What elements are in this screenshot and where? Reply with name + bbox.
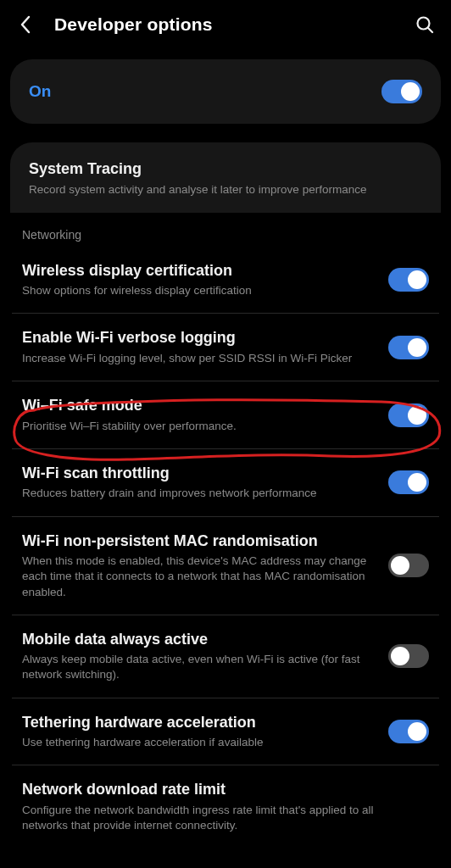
row-wifi-scan-throttling[interactable]: Wi-Fi scan throttling Reduces battery dr… bbox=[12, 448, 439, 516]
row-title: Tethering hardware acceleration bbox=[22, 713, 380, 732]
row-sub: When this mode is enabled, this device's… bbox=[22, 554, 380, 600]
row-title: Wi-Fi non-persistent MAC randomisation bbox=[22, 531, 380, 551]
toggle-switch[interactable] bbox=[388, 644, 429, 668]
toggle-switch[interactable] bbox=[388, 268, 429, 292]
row-mobile-data-always-active[interactable]: Mobile data always active Always keep mo… bbox=[12, 615, 439, 698]
row-tethering-hw-accel[interactable]: Tethering hardware acceleration Use teth… bbox=[12, 698, 439, 765]
toggle-switch[interactable] bbox=[388, 470, 429, 494]
toggle-switch[interactable] bbox=[388, 403, 429, 427]
row-wifi-mac-randomisation[interactable]: Wi-Fi non-persistent MAC randomisation W… bbox=[12, 516, 439, 615]
row-sub: Reduces battery drain and improves netwo… bbox=[22, 486, 380, 501]
row-sub: Configure the network bandwidth ingress … bbox=[22, 803, 420, 833]
system-tracing-sub: Record system activity and analyse it la… bbox=[29, 182, 422, 198]
row-wifi-safe-mode[interactable]: Wi–Fi safe mode Prioritise Wi–Fi stabili… bbox=[12, 381, 439, 448]
row-title: Enable Wi-Fi verbose logging bbox=[22, 328, 380, 348]
toggle-switch[interactable] bbox=[388, 336, 429, 359]
row-sub: Use tethering hardware acceleration if a… bbox=[22, 735, 380, 750]
app-header: Developer options bbox=[0, 0, 451, 49]
section-networking-label: Networking bbox=[0, 213, 451, 247]
row-sub: Show options for wireless display certif… bbox=[22, 283, 380, 298]
row-title: Network download rate limit bbox=[22, 780, 420, 799]
row-sub: Always keep mobile data active, even whe… bbox=[22, 652, 380, 682]
row-wifi-verbose-logging[interactable]: Enable Wi-Fi verbose logging Increase Wi… bbox=[12, 313, 439, 381]
page-title: Developer options bbox=[54, 14, 414, 35]
system-tracing-title: System Tracing bbox=[29, 159, 422, 179]
row-title: Wireless display certification bbox=[22, 261, 380, 281]
system-tracing-row[interactable]: System Tracing Record system activity an… bbox=[10, 142, 441, 213]
master-toggle-label: On bbox=[29, 82, 381, 101]
search-icon[interactable] bbox=[414, 14, 436, 36]
row-title: Mobile data always active bbox=[22, 630, 380, 649]
row-title: Wi-Fi scan throttling bbox=[22, 464, 380, 483]
toggle-switch[interactable] bbox=[388, 720, 429, 743]
row-title: Wi–Fi safe mode bbox=[22, 396, 380, 415]
svg-line-1 bbox=[428, 28, 432, 32]
row-network-download-rate-limit[interactable]: Network download rate limit Configure th… bbox=[12, 765, 439, 848]
row-sub: Prioritise Wi–Fi stability over performa… bbox=[22, 419, 380, 434]
row-wireless-display-cert[interactable]: Wireless display certification Show opti… bbox=[12, 247, 439, 314]
back-icon[interactable] bbox=[15, 14, 36, 35]
toggle-switch[interactable] bbox=[388, 554, 429, 577]
networking-list: Wireless display certification Show opti… bbox=[0, 247, 451, 849]
row-sub: Increase Wi-Fi logging level, show per S… bbox=[22, 351, 380, 366]
master-toggle-card[interactable]: On bbox=[10, 59, 441, 124]
master-toggle-switch[interactable] bbox=[381, 80, 422, 103]
